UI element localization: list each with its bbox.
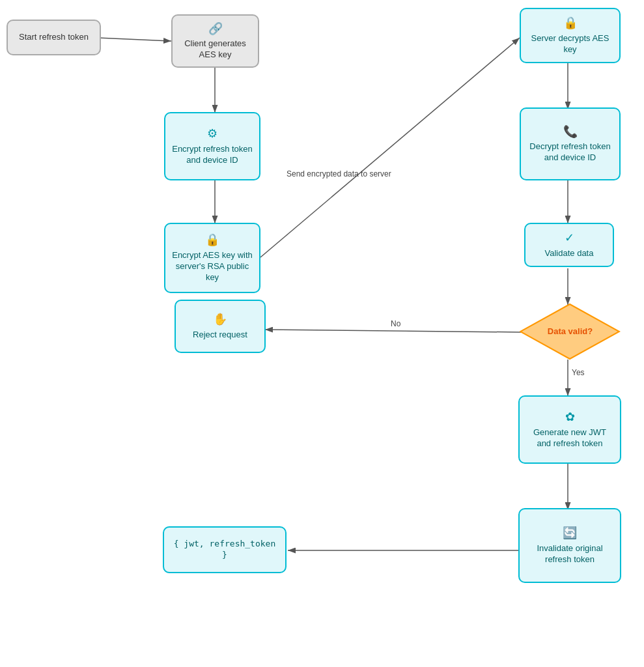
encrypt-token-icon: ⚙ bbox=[207, 126, 217, 141]
invalidate-node: 🔄 Invalidate original refresh token bbox=[518, 508, 621, 583]
decrypt-token-label: Decrypt refresh token and device ID bbox=[527, 141, 613, 163]
response-label: { jwt, refresh_token } bbox=[171, 539, 279, 561]
invalidate-label: Invalidate original refresh token bbox=[526, 543, 613, 565]
server-decrypt-aes-node: 🔒 Server decrypts AES key bbox=[520, 8, 621, 63]
server-decrypt-aes-label: Server decrypts AES key bbox=[527, 33, 613, 55]
validate-label: Validate data bbox=[545, 248, 594, 259]
svg-line-8 bbox=[265, 330, 521, 332]
encrypt-aes-icon: 🔒 bbox=[205, 233, 219, 248]
data-valid-node: Data valid? bbox=[520, 303, 621, 360]
flowchart-diagram: Send encrypted data to server No Yes Sta… bbox=[0, 0, 644, 667]
generate-jwt-node: ✿ Generate new JWT and refresh token bbox=[518, 395, 621, 464]
send-encrypted-label: Send encrypted data to server bbox=[287, 169, 391, 178]
encrypt-aes-node: 🔒 Encrypt AES key with server's RSA publ… bbox=[164, 223, 260, 293]
validate-node: ✓ Validate data bbox=[524, 223, 614, 267]
client-aes-node: 🔗 Client generates AES key bbox=[171, 14, 259, 68]
encrypt-token-node: ⚙ Encrypt refresh token and device ID bbox=[164, 112, 260, 180]
svg-line-1 bbox=[98, 38, 171, 41]
validate-icon: ✓ bbox=[565, 231, 574, 246]
yes-label: Yes bbox=[572, 368, 585, 377]
client-aes-icon: 🔗 bbox=[208, 21, 223, 36]
reject-label: Reject request bbox=[193, 330, 247, 341]
response-node: { jwt, refresh_token } bbox=[163, 526, 287, 573]
encrypt-token-label: Encrypt refresh token and device ID bbox=[172, 144, 253, 166]
decrypt-token-icon: 📞 bbox=[563, 124, 578, 139]
encrypt-aes-label: Encrypt AES key with server's RSA public… bbox=[172, 250, 253, 283]
svg-line-4 bbox=[260, 38, 520, 257]
generate-jwt-label: Generate new JWT and refresh token bbox=[526, 427, 613, 449]
reject-node: ✋ Reject request bbox=[175, 300, 266, 353]
data-valid-label: Data valid? bbox=[548, 326, 593, 337]
decrypt-token-node: 📞 Decrypt refresh token and device ID bbox=[520, 107, 621, 180]
server-decrypt-aes-icon: 🔒 bbox=[563, 16, 578, 31]
client-aes-label: Client generates AES key bbox=[179, 38, 251, 61]
start-node: Start refresh token bbox=[7, 20, 101, 55]
generate-jwt-icon: ✿ bbox=[565, 410, 575, 425]
reject-icon: ✋ bbox=[213, 312, 227, 327]
no-label: No bbox=[391, 319, 400, 328]
invalidate-icon: 🔄 bbox=[563, 526, 577, 541]
start-label: Start refresh token bbox=[19, 32, 89, 43]
